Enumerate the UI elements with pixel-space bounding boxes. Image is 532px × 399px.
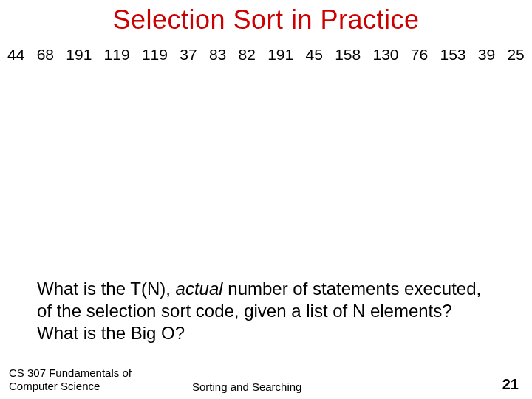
- num: 82: [239, 46, 256, 64]
- num: 68: [37, 46, 54, 64]
- num: 25: [507, 46, 524, 64]
- num: 39: [478, 46, 495, 64]
- num: 44: [7, 46, 24, 64]
- num: 153: [440, 46, 466, 64]
- page-number: 21: [488, 376, 532, 393]
- footer-center: Sorting and Searching: [148, 381, 488, 393]
- num: 191: [66, 46, 92, 64]
- slide-footer: CS 307 Fundamentals of Computer Science …: [0, 366, 532, 393]
- slide-title: Selection Sort in Practice: [0, 0, 532, 35]
- question-text: What is the T(N), actual number of state…: [37, 278, 495, 344]
- q-part-a: What is the T(N),: [37, 279, 176, 299]
- number-array: 44 68 191 119 119 37 83 82 191 45 158 13…: [0, 35, 532, 64]
- num: 158: [335, 46, 361, 64]
- num: 37: [180, 46, 197, 64]
- num: 45: [306, 46, 323, 64]
- num: 83: [209, 46, 226, 64]
- footer-left: CS 307 Fundamentals of Computer Science: [0, 366, 148, 393]
- num: 119: [104, 46, 130, 64]
- num: 191: [267, 46, 293, 64]
- course-line1: CS 307 Fundamentals of: [9, 366, 148, 380]
- course-line2: Computer Science: [9, 380, 148, 393]
- num: 119: [142, 46, 168, 64]
- q-part-italic: actual: [176, 279, 223, 299]
- num: 76: [411, 46, 428, 64]
- num: 130: [372, 46, 398, 64]
